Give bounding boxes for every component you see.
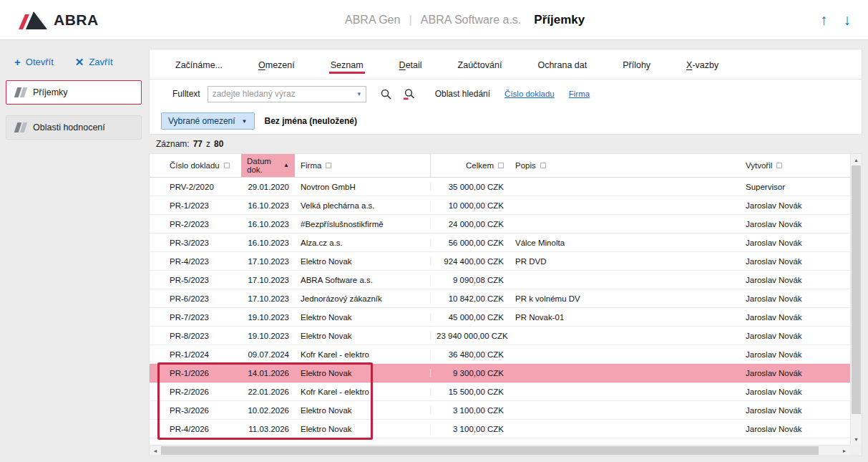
column-filter-checkbox[interactable] [776,163,782,168]
tab-zaciname[interactable]: Začínáme... [174,52,224,77]
cell-datum: 09.07.2024 [241,350,295,359]
navigate-up-icon[interactable]: ↑ [820,12,828,27]
table-row[interactable]: PR-4/202611.03.2026Elektro Novak3 100,00… [150,420,850,438]
combo-dropdown-icon[interactable]: ▾ [353,87,366,102]
cell-cislo: PR-8/2023 [150,332,241,340]
column-header-label: Datum dok. [247,157,279,174]
table-row[interactable]: PR-2/202622.01.2026Kofr Karel - elektro1… [150,382,850,401]
tab-ochrana-dat[interactable]: Ochrana dat [536,52,588,77]
scroll-left-icon[interactable]: ◄ [150,446,161,456]
table-row[interactable]: PR-3/202316.10.2023Alza.cz a.s.56 000,00… [150,234,850,252]
cell-vytvoril: Jaroslav Novák [740,369,850,377]
cell-celkem: 24 000,00 CZK [431,220,509,228]
cell-cislo: PR-6/2023 [150,294,241,303]
tab-seznam[interactable]: Seznam [329,52,365,77]
sidebar: + Otevřít ✕ Zavřít PříjemkyOblasti hodno… [6,49,142,456]
table-row[interactable]: PR-2/202316.10.2023#Bezpříslušnostikfirm… [150,215,850,234]
cell-vytvoril: Jaroslav Novák [740,313,850,322]
table-row[interactable]: PR-7/202319.10.2023Elektro Novak45 000,0… [150,308,850,327]
scroll-right-icon[interactable]: ► [839,446,850,456]
column-header-celkem[interactable]: Celkem [431,154,509,177]
tab-detail[interactable]: Detail [398,52,424,77]
column-header-label: Číslo dokladu [170,161,220,170]
selected-limitation-dropdown[interactable]: Vybrané omezení ▼ [161,112,255,130]
cell-celkem: 23 940 000,00 CZK [431,332,509,340]
scope-link-firma[interactable]: Firma [569,90,590,98]
table-row[interactable]: PR-4/202317.10.2023Elektro Novak924 400,… [150,252,850,271]
agenda-icon [14,87,26,97]
cell-firma: Elektro Novak [295,257,431,266]
chevron-down-icon: ▼ [242,118,248,125]
cell-cislo: PR-2/2023 [150,220,241,228]
abra-logo: ABRA [19,10,99,29]
column-header-datum[interactable]: Datum dok.▲ [241,154,295,177]
cell-cislo: PR-3/2023 [150,239,241,247]
table-row[interactable]: PR-1/202409.07.2024Kofr Karel - elektro3… [150,345,850,364]
tab-prilohy[interactable]: Přílohy [621,52,652,77]
column-header-firma[interactable]: Firma [295,154,431,177]
column-header-popis[interactable]: Popis [509,154,740,177]
cell-celkem: 9 300,00 CZK [431,369,509,377]
scroll-up-icon[interactable]: ▲ [851,154,862,165]
cell-datum: 14.01.2026 [241,369,295,377]
sort-asc-icon: ▲ [283,163,289,168]
table-row[interactable]: PR-1/202614.01.2026Elektro Novak9 300,00… [150,364,850,382]
cell-cislo: PRV-2/2020 [150,183,241,191]
cell-popis: PR Novak-01 [509,313,740,322]
header-breadcrumb: ABRA Gen | ABRA Software a.s. Příjemky [345,0,585,39]
open-button[interactable]: + Otevřít [14,57,54,67]
close-button-label: Zavřít [89,57,112,67]
tab-zauctovani[interactable]: Zaúčtování [457,52,504,77]
table-row[interactable]: PR-8/202319.10.2023Elektro Novak23 940 0… [150,327,850,345]
sidebar-item-prijemky[interactable]: Příjemky [6,80,142,105]
navigate-down-icon[interactable]: ↓ [844,12,852,27]
table-row[interactable]: PR-6/202317.10.2023Jednorázový zákazník1… [150,289,850,308]
column-filter-checkbox[interactable] [326,163,331,168]
cell-datum: 19.10.2023 [241,313,295,322]
tab-x-vazby[interactable]: X-vazby [685,52,720,77]
fulltext-input[interactable] [208,89,353,99]
filter-row: Vybrané omezení ▼ Bez jména (neuložené) [150,108,862,134]
record-of: z [206,139,210,149]
search-button[interactable] [378,85,395,102]
column-header-label: Popis [515,161,536,170]
column-filter-checkbox[interactable] [224,163,230,168]
column-header-label: Celkem [466,161,494,170]
table-body: PRV-2/202029.01.2020Novtron GmbH35 000,0… [150,178,850,445]
cell-vytvoril: Jaroslav Novák [740,294,850,303]
cell-popis: PR k volnému DV [509,294,740,303]
search-continue-button[interactable] [401,85,418,102]
scope-link-cislo-dokladu[interactable]: Číslo dokladu [504,90,555,98]
scrollbar-corner [850,445,862,456]
vertical-scroll-thumb[interactable] [852,165,861,414]
close-button[interactable]: ✕ Zavřít [75,57,113,67]
table-row[interactable]: PR-3/202610.02.2026Elektro Novak3 100,00… [150,401,850,420]
vertical-scrollbar[interactable]: ▲ ▼ [850,154,862,445]
open-button-label: Otevřít [26,57,54,67]
column-filter-checkbox[interactable] [540,163,546,168]
scroll-down-icon[interactable]: ▼ [851,433,862,445]
cell-celkem: 9 090,08 CZK [431,276,509,284]
table-row[interactable]: PR-1/202316.10.2023Velká plechárna a.s.1… [150,196,850,215]
column-filter-checkbox[interactable] [498,163,504,168]
cell-popis: PR DVD [509,257,740,266]
sidebar-item-oblasti-hodnoceni[interactable]: Oblasti hodnocení [6,115,142,140]
tab-omezeni[interactable]: Omezení [257,52,296,77]
fulltext-combo: ▾ [208,86,366,102]
horizontal-scroll-thumb[interactable] [161,446,819,455]
cell-firma: Elektro Novak [295,369,431,377]
record-current: 77 [193,139,203,149]
cell-celkem: 10 842,00 CZK [431,294,509,303]
cell-firma: Elektro Novak [295,332,431,340]
column-header-cislo[interactable]: Číslo dokladu [150,154,241,177]
column-header-vytvoril[interactable]: Vytvořil [740,154,850,177]
horizontal-scrollbar[interactable]: ◄ ► [150,445,850,456]
table-row[interactable]: PRV-2/202029.01.2020Novtron GmbH35 000,0… [150,178,850,196]
sidebar-actions: + Otevřít ✕ Zavřít [6,52,142,72]
cell-vytvoril: Jaroslav Novák [740,276,850,284]
cell-datum: 16.10.2023 [241,239,295,247]
breadcrumb-separator: | [409,13,411,27]
magnifier-next-icon [403,88,415,100]
search-scope-label: Oblast hledání [435,89,490,99]
table-row[interactable]: PR-5/202317.10.2023ABRA Software a.s.9 0… [150,271,850,289]
